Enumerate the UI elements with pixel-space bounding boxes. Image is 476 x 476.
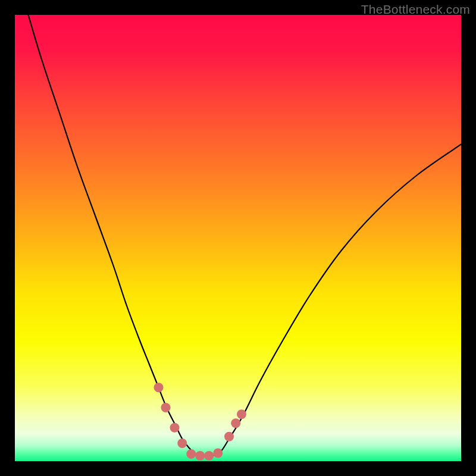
trough-marker: [186, 449, 196, 459]
trough-marker: [154, 383, 164, 392]
watermark-text: TheBottleneck.com: [361, 2, 470, 17]
trough-marker: [231, 418, 240, 428]
trough-marker: [213, 449, 223, 458]
trough-markers: [154, 383, 247, 461]
plot-area: [15, 15, 461, 461]
trough-marker: [195, 451, 205, 461]
trough-marker: [237, 409, 246, 419]
trough-marker: [161, 403, 171, 412]
trough-marker: [177, 439, 187, 448]
bottleneck-curve: [29, 15, 462, 456]
trough-marker: [170, 423, 180, 433]
trough-marker: [224, 432, 234, 441]
chart-root: TheBottleneck.com: [0, 0, 476, 476]
curve-layer: [15, 15, 461, 461]
trough-marker: [204, 451, 214, 461]
